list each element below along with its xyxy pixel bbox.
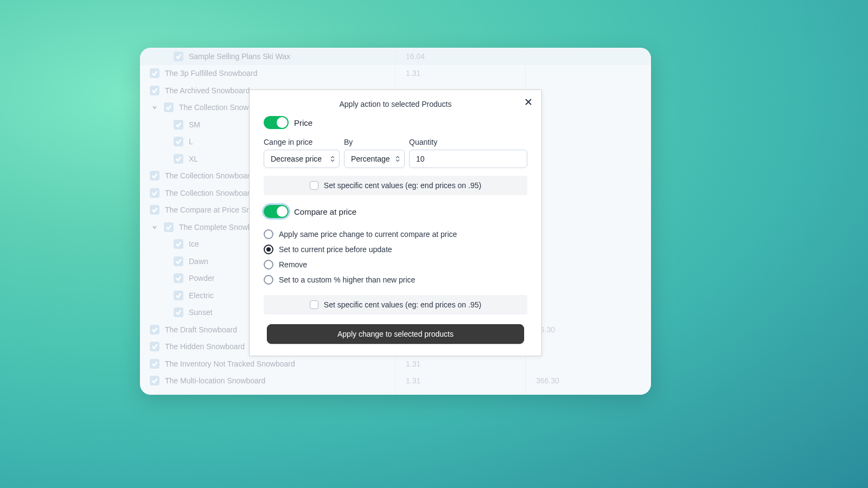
row-third: 66.30 (525, 325, 644, 334)
row-label: The Hidden Snowboard (165, 342, 245, 351)
price-toggle[interactable] (264, 116, 289, 129)
row-label: The 3p Fulfilled Snowboard (165, 69, 257, 78)
modal-title: Apply action to selected Products (339, 100, 451, 108)
compare-at-price-toggle-label: Compare at price (294, 207, 356, 216)
row-checkbox[interactable] (174, 307, 183, 317)
row-label: Ice (189, 240, 199, 248)
quantity-label: Quantity (409, 138, 527, 146)
row-label: L (189, 137, 193, 146)
compare-at-price-toggle[interactable] (264, 205, 289, 218)
row-checkbox[interactable] (164, 222, 174, 232)
row-price: 1.31 (395, 69, 525, 78)
radio-button[interactable] (264, 245, 273, 254)
row-price: 1.31 (395, 376, 525, 385)
compare-cents-row[interactable]: Set specific cent values (eg: end prices… (264, 295, 527, 314)
radio-button[interactable] (264, 229, 273, 239)
modal-header: Apply action to selected Products (250, 90, 541, 116)
price-cents-checkbox[interactable] (310, 181, 318, 190)
row-checkbox[interactable] (150, 376, 159, 386)
by-label: By (344, 138, 405, 146)
radio-button[interactable] (264, 275, 273, 285)
change-in-price-select[interactable]: Decrease price (264, 150, 340, 168)
compare-radio-option[interactable]: Set to current price before update (264, 242, 527, 257)
row-checkbox[interactable] (174, 137, 183, 146)
row-label: SM (189, 120, 200, 129)
radio-label: Remove (279, 260, 307, 269)
chevron-updown-icon (395, 156, 400, 162)
row-label: XL (189, 155, 198, 163)
compare-radio-option[interactable]: Set to a custom % higher than new price (264, 272, 527, 287)
by-select[interactable]: Percentage (344, 150, 405, 168)
row-checkbox[interactable] (174, 154, 183, 164)
table-row[interactable]: The 3p Fulfilled Snowboard1.31 (140, 65, 651, 82)
close-icon[interactable] (523, 97, 534, 107)
row-checkbox[interactable] (150, 68, 159, 78)
row-label: The Draft Snowboard (165, 325, 237, 334)
compare-cents-label: Set specific cent values (eg: end prices… (324, 300, 481, 309)
row-checkbox[interactable] (150, 86, 159, 95)
change-in-price-label: Cange in price (264, 138, 340, 146)
row-label: Electric (189, 291, 214, 300)
table-row[interactable]: Sample Selling Plans Ski Wax16.04 (140, 48, 651, 65)
row-price: 1.31 (395, 359, 525, 368)
row-checkbox[interactable] (174, 239, 183, 249)
radio-button[interactable] (264, 260, 273, 269)
compare-radio-option[interactable]: Apply same price change to current compa… (264, 227, 527, 242)
chevron-down-icon[interactable] (150, 105, 159, 110)
row-label: Sunset (189, 308, 213, 317)
quantity-input[interactable] (409, 150, 527, 168)
compare-at-radio-group: Apply same price change to current compa… (264, 227, 527, 287)
row-checkbox[interactable] (150, 359, 159, 369)
row-checkbox[interactable] (164, 102, 174, 112)
row-third: 366.30 (525, 376, 644, 385)
radio-label: Set to current price before update (279, 245, 392, 254)
row-checkbox[interactable] (174, 256, 183, 266)
table-row[interactable]: The Multi-location Snowboard1.31366.30 (140, 373, 651, 390)
row-checkbox[interactable] (150, 342, 159, 351)
price-toggle-label: Price (294, 118, 312, 127)
row-label: Powder (189, 274, 214, 282)
row-price: 16.04 (395, 52, 525, 61)
row-checkbox[interactable] (174, 120, 183, 130)
row-checkbox[interactable] (174, 52, 183, 61)
radio-label: Apply same price change to current compa… (279, 230, 457, 239)
row-checkbox[interactable] (150, 205, 159, 215)
chevron-updown-icon (330, 156, 335, 162)
row-checkbox[interactable] (174, 273, 183, 283)
compare-radio-option[interactable]: Remove (264, 257, 527, 272)
row-checkbox[interactable] (150, 325, 159, 335)
radio-label: Set to a custom % higher than new price (279, 275, 415, 284)
row-label: The Inventory Not Tracked Snowboard (165, 359, 295, 368)
row-checkbox[interactable] (174, 291, 183, 300)
price-cents-row[interactable]: Set specific cent values (eg: end prices… (264, 176, 527, 195)
row-checkbox[interactable] (150, 171, 159, 181)
row-checkbox[interactable] (150, 188, 159, 198)
row-label: Sample Selling Plans Ski Wax (189, 52, 290, 61)
compare-cents-checkbox[interactable] (310, 300, 318, 309)
row-label: The Archived Snowboard (165, 86, 250, 95)
row-label: The Multi-location Snowboard (165, 376, 265, 385)
price-cents-label: Set specific cent values (eg: end prices… (324, 181, 481, 190)
apply-action-modal: Apply action to selected Products Price … (249, 89, 542, 356)
chevron-down-icon[interactable] (150, 224, 159, 230)
row-label: Dawn (189, 257, 208, 266)
table-row[interactable]: The Inventory Not Tracked Snowboard1.31 (140, 355, 651, 373)
apply-change-button[interactable]: Apply change to selected products (267, 324, 524, 344)
